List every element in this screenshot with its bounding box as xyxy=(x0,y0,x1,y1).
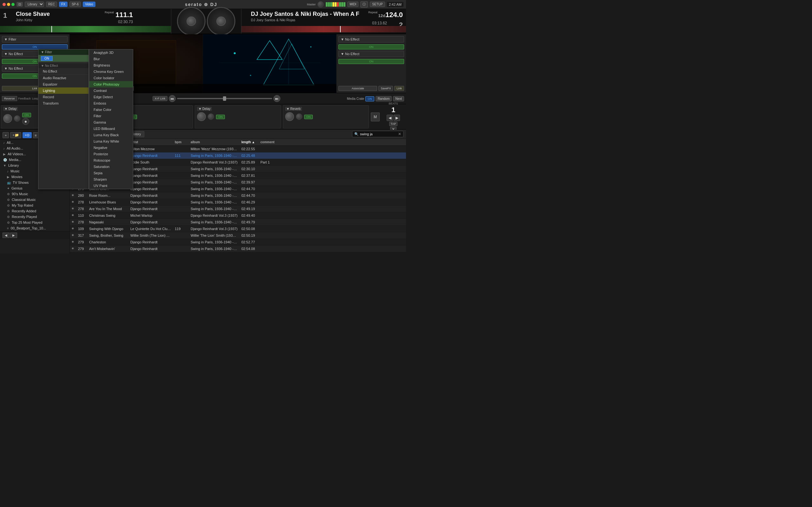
xf-link-button[interactable]: X-F Link xyxy=(153,96,168,101)
random-button[interactable]: Random xyxy=(375,96,392,101)
reverb-label[interactable]: ▼ Reverb xyxy=(285,107,302,111)
edge-detect-item[interactable]: Edge Detect xyxy=(89,94,133,100)
reverse-button[interactable]: Reverse xyxy=(2,96,17,101)
beats-prev[interactable]: ◀ xyxy=(387,115,393,121)
chroma-key-green-item[interactable]: Chroma Key Green xyxy=(89,68,133,75)
link-button-right[interactable]: Link xyxy=(394,86,404,91)
sidebar-item-recently-added[interactable]: ⚙ Recently Added xyxy=(0,208,69,214)
sidebar-item-top25[interactable]: ⚙ Top 25 Most Played xyxy=(0,220,69,225)
m-button-right[interactable]: M xyxy=(371,112,380,121)
anaglyph-item[interactable]: Anaglyph 3D xyxy=(89,49,133,56)
delay2-label[interactable]: ▼ Delay xyxy=(197,107,212,111)
reverb-knob-sm[interactable] xyxy=(296,113,302,120)
minimize-button[interactable] xyxy=(7,3,10,6)
delay2-knob-sm[interactable] xyxy=(208,113,214,120)
no-effect-right-1[interactable]: ▼ No Effect xyxy=(339,36,404,43)
platter-right[interactable] xyxy=(207,7,235,36)
sidebar-item-recently-played[interactable]: ⚙ Recently Played xyxy=(0,214,69,220)
filter-dropdown-trigger[interactable]: ▼ Filter xyxy=(2,36,67,43)
table-row[interactable]: ◉ 278 Nagasaki Django Reinhardt Swing in… xyxy=(70,219,406,226)
next-track-button[interactable]: Next xyxy=(393,96,404,101)
color-isolator-item[interactable]: Color Isolator xyxy=(89,75,133,81)
sepia-item[interactable]: Sepia xyxy=(89,170,133,176)
tap-button[interactable]: TAP xyxy=(389,122,398,126)
blur-item[interactable]: Blur xyxy=(89,56,133,62)
lighting-item[interactable]: Lighting xyxy=(38,88,89,94)
table-row[interactable]: ◉ 278 Are You In The Mood Django Reinhar… xyxy=(70,206,406,212)
sidebar-scroll-left[interactable]: ◀ xyxy=(3,233,9,238)
delay-label[interactable]: ▼ Delay xyxy=(3,107,18,111)
no-effect-right-2[interactable]: ▼ No Effect xyxy=(339,51,404,57)
platter-left[interactable] xyxy=(177,7,206,36)
luma-key-black-item[interactable]: Luma Key Black xyxy=(89,132,133,138)
sidebar-item-top-rated[interactable]: ⚙ My Top Rated xyxy=(0,203,69,208)
library-select[interactable]: Library xyxy=(25,2,44,7)
led-billboard-item[interactable]: LED Billboard xyxy=(89,125,133,132)
sidebar-item-90s[interactable]: ⚙ 90's Music xyxy=(0,191,69,197)
color-photocopy-item[interactable]: Color Photocopy xyxy=(89,81,133,88)
audio-reactive-item[interactable]: Audio Reactive xyxy=(38,75,89,81)
sidebar-item-beatport[interactable]: ≡ 00_Beatport_Top_10... xyxy=(0,225,69,231)
filter-item[interactable]: Filter xyxy=(89,113,133,119)
saturation-item[interactable]: Saturation xyxy=(89,164,133,170)
sp6-button[interactable]: SP-6 xyxy=(69,2,81,7)
sidebar-scroll-right[interactable]: ▶ xyxy=(10,233,17,238)
contrast-item[interactable]: Contrast xyxy=(89,88,133,94)
reverb-on[interactable]: ON xyxy=(304,115,313,119)
next-button[interactable]: ⏭ xyxy=(273,95,281,102)
emboss-item[interactable]: Emboss xyxy=(89,100,133,107)
filter-on-button[interactable]: ON xyxy=(2,44,67,49)
rotoscope-item[interactable]: Rotoscope xyxy=(89,157,133,164)
delay2-on[interactable]: ON xyxy=(216,115,225,119)
effect-right2-on-button[interactable]: ON xyxy=(339,59,404,64)
prev-button[interactable]: ⏮ xyxy=(169,95,176,102)
add-button[interactable]: + xyxy=(3,132,9,138)
table-row[interactable]: ◉ 109 Swinging With Django Le Quintette … xyxy=(70,226,406,232)
delay-knob[interactable] xyxy=(3,114,12,123)
sharpen-item[interactable]: Sharpen xyxy=(89,176,133,182)
savefx-button[interactable]: SaveFX xyxy=(378,86,393,91)
table-row[interactable]: ◉ 280 Rose Room... Django Reinhardt Swin… xyxy=(70,192,406,199)
table-row[interactable]: ◉ 110 Christmas Swing Michel Warlop Djan… xyxy=(70,212,406,219)
add-serato-button[interactable]: +⊙ xyxy=(22,132,32,138)
brightness-item[interactable]: Brightness xyxy=(89,62,133,68)
record-item[interactable]: Record xyxy=(38,94,89,100)
negative-item[interactable]: Negative xyxy=(89,145,133,151)
col-hdr-artist[interactable]: artist xyxy=(129,140,173,145)
associate-button[interactable]: Associate xyxy=(339,86,377,91)
posterize-item[interactable]: Posterize xyxy=(89,151,133,157)
setup-button[interactable]: SETUP xyxy=(370,2,385,7)
beats-next[interactable]: ▶ xyxy=(394,115,400,121)
transform-item[interactable]: Transform xyxy=(38,100,89,107)
fx-button[interactable]: FX xyxy=(59,2,67,7)
no-effect-item[interactable]: No Effect xyxy=(38,68,89,74)
crossfade-slider[interactable] xyxy=(177,98,272,99)
search-clear-button[interactable]: ✕ xyxy=(398,132,401,136)
col-hdr-bpm[interactable]: bpm xyxy=(173,140,189,145)
delay-dot-button[interactable]: ● xyxy=(22,118,29,125)
table-row[interactable]: ◉ 278 Limehouse Blues Django Reinhardt S… xyxy=(70,199,406,206)
close-button[interactable] xyxy=(3,3,6,6)
filter-on-btn[interactable]: ON xyxy=(41,56,53,61)
video-button[interactable]: Video xyxy=(83,2,95,7)
luma-key-white-item[interactable]: Luma Key White xyxy=(89,138,133,145)
delay-knob-sm[interactable] xyxy=(14,115,20,122)
sidebar-item-classical[interactable]: ⚙ Classical Music xyxy=(0,197,69,203)
uv-paint-item[interactable]: UV Paint xyxy=(89,182,133,189)
equalizer-item[interactable]: Equalizer xyxy=(38,81,89,88)
table-row[interactable]: ◉ 317 Swing, Brother, Swing Willie Smith… xyxy=(70,232,406,239)
delay-main-on[interactable]: ON xyxy=(22,113,31,117)
add-folder-button[interactable]: +📁 xyxy=(10,132,21,138)
maximize-button[interactable] xyxy=(11,3,14,6)
effect-right1-on-button[interactable]: ON xyxy=(339,44,404,49)
info-button[interactable]: ⓘ xyxy=(360,1,368,8)
reverb-knob[interactable] xyxy=(285,112,294,121)
search-input[interactable] xyxy=(360,132,398,136)
media-crate-on[interactable]: ON xyxy=(365,96,374,101)
gamma-item[interactable]: Gamma xyxy=(89,119,133,125)
col-hdr-length[interactable]: length ▲ xyxy=(240,140,258,145)
table-row[interactable]: ◉ 279 Charleston Django Reinhardt Swing … xyxy=(70,239,406,245)
midi-button[interactable]: MIDI xyxy=(347,2,358,7)
rec-button[interactable]: REC xyxy=(46,2,57,7)
col-hdr-album[interactable]: album xyxy=(189,140,240,145)
